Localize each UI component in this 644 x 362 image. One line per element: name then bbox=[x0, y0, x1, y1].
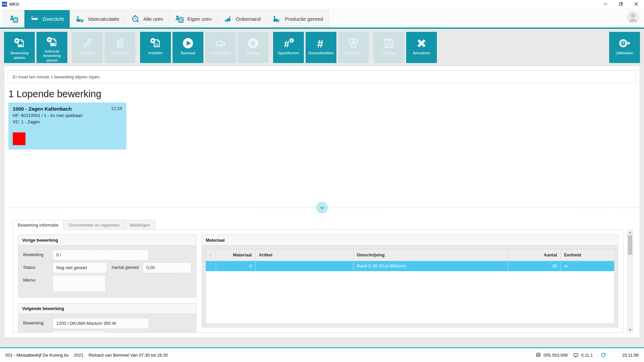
startdatum-label: Startdatum bbox=[23, 331, 53, 333]
statusbar-left: 001 - Metaalbedrijf De Koning bv 2021 Ri… bbox=[5, 353, 168, 358]
scroll-down-icon[interactable]: ▼ bbox=[628, 327, 633, 333]
uitklokken-button[interactable]: Uitklokken bbox=[609, 32, 640, 63]
play-document-icon bbox=[13, 36, 26, 51]
setup-document-icon bbox=[149, 36, 162, 51]
memo-label: Memo bbox=[23, 275, 53, 283]
row-sort-cell bbox=[206, 261, 216, 271]
machine-icon bbox=[214, 36, 227, 51]
column-header-artikel[interactable]: Artikel bbox=[255, 249, 353, 261]
user-clock-icon bbox=[9, 14, 18, 23]
scroll-up-icon[interactable]: ▲ bbox=[628, 230, 633, 235]
client-version: 0.11.1 bbox=[581, 353, 593, 358]
trash-icon bbox=[114, 36, 126, 51]
refresh-button[interactable] bbox=[600, 352, 606, 358]
company-name: 001 - Metaalbedrijf De Koning bv bbox=[5, 353, 69, 358]
button-label: Bewerking starten bbox=[4, 51, 35, 60]
job-status-square bbox=[13, 132, 25, 145]
toolbar-groups: Bewerking startenIndirecte bewerking sta… bbox=[4, 32, 437, 63]
vorige-bewerking-title: Vorige bewerking bbox=[18, 235, 196, 246]
tab-onbemand[interactable]: Onbemand bbox=[218, 10, 267, 27]
save-icon bbox=[383, 36, 395, 51]
toolbar-group: #iSpecificeren#GereedmeldenClusteren bbox=[273, 32, 369, 63]
running-job-card[interactable]: 1000 - Zagen Kaltenbach 12:24 HF: 602100… bbox=[8, 103, 126, 149]
statusbar-right: 005.053.008 0.11.1 15:11:56 bbox=[535, 352, 639, 358]
verwijderen-button: Verwijderen bbox=[105, 32, 135, 63]
volgende-bewerking-field[interactable]: 1200 / OKUMA Macturn 350 W bbox=[53, 318, 149, 329]
button-label: Specificeren bbox=[277, 51, 300, 56]
bewerking-starten-button[interactable]: Bewerking starten bbox=[4, 32, 35, 63]
volgende-bewerking-body: Bewerking 1200 / OKUMA Macturn 350 W Sta… bbox=[18, 314, 196, 333]
tab-label: Onbemand bbox=[236, 16, 261, 22]
svg-text:#: # bbox=[277, 18, 279, 23]
detail-tab-documenten-en-rapporten[interactable]: Documenten en rapporten bbox=[63, 220, 125, 230]
detail-tabs: Bewerking informatieDocumenten en rappor… bbox=[12, 220, 155, 230]
sort-column-header[interactable]: ↑ bbox=[206, 249, 216, 261]
button-label: Stoppen bbox=[245, 51, 261, 56]
specificeren-button[interactable]: #iSpecificeren bbox=[273, 32, 304, 63]
clusteren-button: Clusteren bbox=[338, 32, 369, 63]
collapse-panel-button[interactable] bbox=[316, 202, 328, 214]
main-panel: Er moet ten minste 1 bewerking blijven l… bbox=[4, 66, 640, 338]
memo-field[interactable] bbox=[53, 275, 106, 292]
instellen-button[interactable]: Instellen bbox=[140, 32, 171, 63]
restore-button[interactable] bbox=[613, 0, 629, 8]
status-field[interactable]: Nog niet gestart bbox=[53, 262, 107, 273]
pencil-icon bbox=[81, 36, 94, 51]
startdatum-field[interactable] bbox=[53, 331, 106, 333]
page-title: 1 Lopende bewerking bbox=[8, 88, 640, 100]
svg-text:#: # bbox=[317, 38, 323, 50]
tab-eigen-uren[interactable]: Eigen uren bbox=[169, 10, 218, 27]
column-header-eenheid[interactable]: Eenheid bbox=[561, 249, 614, 261]
database-icon bbox=[535, 352, 541, 358]
aantal-gereed-field[interactable]: 0,00 bbox=[143, 262, 191, 273]
vertical-scrollbar[interactable]: ▲ ▼ bbox=[627, 229, 633, 333]
chevron-down-icon bbox=[318, 204, 326, 212]
notice-message: Er moet ten minste 1 bewerking blijven l… bbox=[8, 70, 636, 83]
nav-tabs: OverzichtVoorcalculatieAlle urenEigen ur… bbox=[3, 10, 329, 27]
status-bar: 001 - Metaalbedrijf De Koning bv 2021 Ri… bbox=[0, 348, 644, 362]
column-header-omschrijving[interactable]: Omschrijving bbox=[353, 249, 508, 261]
minimize-button[interactable] bbox=[598, 0, 613, 8]
sort-up-icon: ↑ bbox=[209, 252, 211, 257]
tab-alle-uren[interactable]: Alle uren bbox=[125, 10, 169, 27]
detail-tab-meldingen[interactable]: Meldingen bbox=[124, 220, 155, 230]
window-title: MKG bbox=[9, 2, 19, 7]
status-label: Status bbox=[23, 262, 53, 270]
toolbar-group: Bewerking startenIndirecte bewerking sta… bbox=[4, 32, 67, 63]
clock-time: 15:11:56 bbox=[622, 353, 639, 358]
user-avatar[interactable] bbox=[627, 11, 639, 23]
bemand-button[interactable]: Bemand bbox=[173, 32, 203, 63]
tab-overzicht[interactable]: Overzicht bbox=[24, 10, 70, 27]
column-header-materiaal[interactable]: Materiaal bbox=[216, 249, 255, 261]
tab-voorcalculatie[interactable]: Voorcalculatie bbox=[70, 10, 125, 27]
job-vc-line: VC: 1 - Zagen bbox=[13, 119, 122, 124]
tab-productie-gereed[interactable]: #Productie gereed bbox=[267, 10, 329, 27]
bewerking-label: Bewerking bbox=[23, 250, 53, 257]
tab-klokken[interactable] bbox=[3, 10, 24, 27]
person-icon bbox=[627, 11, 639, 23]
cancel-cross-icon bbox=[415, 36, 428, 51]
scrollbar-thumb[interactable] bbox=[628, 235, 632, 255]
table-row[interactable]: 0Rond C 45 20 (l=300mm)30m bbox=[206, 261, 614, 271]
cell-omschrijving: Rond C 45 20 (l=300mm) bbox=[353, 261, 508, 271]
nav-tab-strip: OverzichtVoorcalculatieAlle urenEigen ur… bbox=[0, 8, 644, 29]
tab-label: Overzicht bbox=[43, 16, 64, 22]
button-label: Verwijderen bbox=[109, 51, 131, 56]
user-clock-icon bbox=[175, 14, 184, 23]
annuleren-button[interactable]: Annuleren bbox=[406, 32, 437, 63]
minimize-icon bbox=[603, 2, 607, 6]
job-title: 1000 - Zagen Kaltenbach bbox=[13, 106, 122, 112]
detail-tab-bewerking-informatie[interactable]: Bewerking informatie bbox=[12, 220, 64, 230]
button-label: Wijzigen bbox=[79, 51, 95, 56]
tab-label: Voorcalculatie bbox=[88, 16, 119, 22]
indirecte-bewerking-starten-button[interactable]: Indirecte bewerking starten bbox=[37, 32, 67, 63]
factory-calc-icon bbox=[75, 14, 84, 23]
cell-aantal: 30 bbox=[508, 261, 561, 271]
column-header-aantal[interactable]: Aantal bbox=[508, 249, 561, 261]
button-label: Instellen bbox=[147, 51, 164, 56]
vorige-bewerking-field[interactable]: 0 / bbox=[53, 250, 149, 260]
bewerking-label: Bewerking bbox=[23, 318, 53, 325]
gereedmelden-button[interactable]: #Gereedmelden bbox=[306, 32, 336, 63]
job-start-time: 12:24 bbox=[111, 106, 122, 111]
close-button[interactable] bbox=[629, 0, 644, 8]
